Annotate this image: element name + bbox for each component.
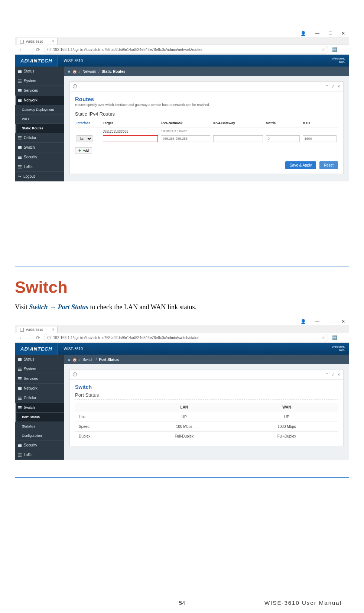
crumb-page: Port Status [99,358,118,362]
sidebar-sub-wifi[interactable]: WIFI [15,114,64,124]
netmask-input[interactable] [161,135,211,142]
crumb-network[interactable]: Network [82,70,96,74]
maximize-icon[interactable]: ☐ [328,31,332,36]
hint-netmask: if target is a network [159,128,212,134]
tab-close-icon[interactable]: × [52,328,54,332]
sidebar-sub-port-status[interactable]: Port Status [15,413,64,422]
sidebar-item-network[interactable]: Network [15,96,64,105]
url-text: 192.168.1.1/cgi-bin/luci/;stok=c768fa02d… [53,48,202,52]
expand-icon[interactable]: ⤢ [331,372,334,377]
maximize-icon[interactable]: ☐ [328,319,332,324]
translate-icon[interactable]: 🔤 [332,47,337,52]
home-icon[interactable]: 🏠 [72,358,77,362]
hamburger-icon[interactable]: ≡ [68,69,70,74]
page-number: 54 [179,600,185,606]
hamburger-icon[interactable]: ≡ [68,357,70,362]
address-bar: ← → ⟳ ⓘ 192.168.1.1/cgi-bin/luci/;stok=c… [15,333,349,343]
add-button[interactable]: ✚ Add [75,147,92,154]
expand-icon[interactable]: ⤢ [331,84,334,88]
browser-tab[interactable]: WISE-3610 × [17,38,58,45]
reset-button[interactable]: Reset [319,161,338,169]
close-panel-icon[interactable]: ✕ [337,84,340,88]
bookmark-icon[interactable]: ☆ [322,48,325,52]
device-name: WISE-3610 [58,59,89,63]
sidebar: Status System Services Network Cellular … [15,355,64,460]
close-icon[interactable]: ✕ [341,31,345,36]
close-icon[interactable]: ✕ [341,319,345,324]
sidebar-item-services[interactable]: Services [15,374,64,384]
sidebar-item-switch[interactable]: Switch [15,143,64,152]
back-icon[interactable]: ← [19,47,24,52]
back-icon[interactable]: ← [19,335,24,341]
sidebar-sub-statistics[interactable]: Statistics [15,422,64,431]
crumb-switch[interactable]: Switch [82,358,93,362]
forward-icon[interactable]: → [27,47,32,52]
sidebar: Status System Services Network Gateway D… [15,67,64,181]
col-target: Target [101,119,159,128]
collapse-icon[interactable]: ⌃ [325,372,328,377]
target-input[interactable] [103,135,158,142]
save-apply-button[interactable]: Save & Apply [285,161,316,169]
url-text: 192.168.1.1/cgi-bin/luci/;stok=c768fa02d… [53,336,199,340]
collapse-icon[interactable]: ⌃ [325,84,328,88]
metric-input[interactable] [266,135,300,142]
sidebar-item-lora[interactable]: LoRa [15,162,64,172]
page-icon [20,328,24,332]
row-speed: Speed 100 Mbps 1000 Mbps [75,422,338,432]
info-icon: ⓘ [47,47,51,52]
home-icon[interactable]: 🏠 [72,70,77,74]
panel-title: Routes [75,96,338,102]
nav-port-status: Port Status [58,303,88,311]
app-header: AD\ANTECH WISE-3610 Welcome, root. [15,343,349,355]
tab-title: WISE-3610 [26,40,43,43]
panel-title: Switch [75,384,338,390]
tab-close-icon[interactable]: × [52,39,54,43]
browser-tab[interactable]: WISE-3610 × [17,326,58,333]
panel-description: Routes specify over which interface and … [75,103,338,107]
sidebar-item-logout[interactable]: Logout [15,172,64,181]
url-field[interactable]: ⓘ 192.168.1.1/cgi-bin/luci/;stok=c768fa0… [44,46,328,54]
app-header: AD\ANTECH WISE-3610 Welcome, root. [15,55,349,67]
sidebar-sub-static-routes[interactable]: Static Routes [15,124,64,133]
sidebar-item-status[interactable]: Status [15,355,64,364]
url-field[interactable]: ⓘ 192.168.1.1/cgi-bin/luci/;stok=c768fa0… [44,334,328,342]
panel-header-bar: ⓘ ⌃ ⤢ ✕ [69,370,344,380]
table-header-row: LAN WAN [75,403,338,412]
mtu-input[interactable] [303,135,337,142]
sidebar-item-system[interactable]: System [15,364,64,374]
minimize-icon[interactable]: — [315,31,319,36]
sidebar-item-cellular[interactable]: Cellular [15,393,64,403]
sidebar-item-lora[interactable]: LoRa [15,450,64,460]
gateway-input[interactable] [213,135,263,142]
row-label: Duplex [75,432,133,441]
info-icon: ⓘ [47,335,51,341]
reload-icon[interactable]: ⟳ [36,335,40,341]
menu-icon[interactable]: ⋮ [341,335,345,340]
reload-icon[interactable]: ⟳ [36,47,40,52]
sidebar-item-security[interactable]: Security [15,441,64,450]
sidebar-item-network[interactable]: Network [15,384,64,393]
sidebar-item-system[interactable]: System [15,76,64,86]
sidebar-sub-gateway[interactable]: Gateway Deployment [15,105,64,114]
sidebar-item-status[interactable]: Status [15,67,64,76]
interface-select[interactable]: lan [77,135,92,142]
forward-icon[interactable]: → [27,335,32,341]
logout-icon [18,174,21,178]
sidebar-item-switch[interactable]: Switch [15,403,64,413]
col-interface: Interface [77,121,91,125]
panel-body: Routes Routes specify over which interfa… [69,91,344,174]
sidebar-item-services[interactable]: Services [15,86,64,96]
bookmark-icon[interactable]: ☆ [322,336,325,340]
app-content: AD\ANTECH WISE-3610 Welcome, root. Statu… [15,343,349,460]
translate-icon[interactable]: 🔤 [332,335,337,340]
table-hint-row: Host-IP or Network if target is a networ… [75,128,338,134]
sidebar-item-security[interactable]: Security [15,152,64,162]
close-panel-icon[interactable]: ✕ [337,372,340,377]
person-icon: 👤 [300,31,306,36]
crumb-page: Static Routes [102,70,126,74]
sidebar-sub-configuration[interactable]: Configuration [15,431,64,441]
minimize-icon[interactable]: — [315,319,319,324]
browser-window-1: 👤 — ☐ ✕ WISE-3610 × ← → ⟳ ⓘ 192.168.1.1/… [15,30,349,267]
sidebar-item-cellular[interactable]: Cellular [15,133,64,143]
menu-icon[interactable]: ⋮ [341,47,345,52]
